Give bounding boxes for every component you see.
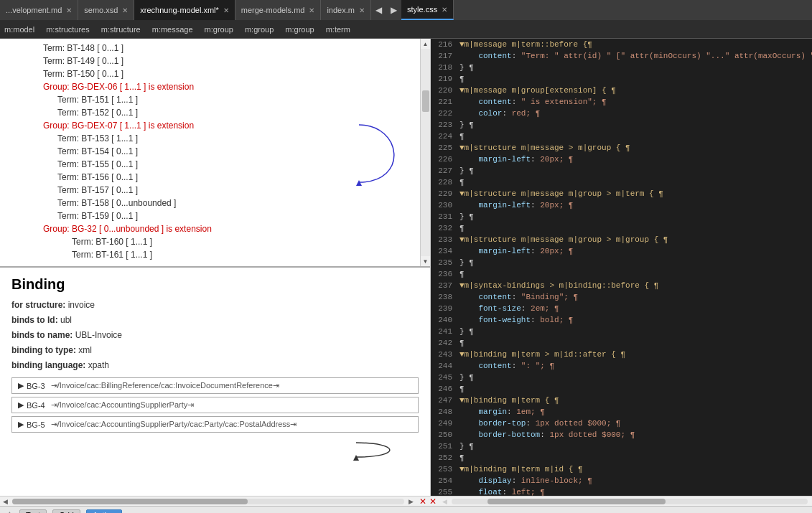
xpath-item-bg5[interactable]: ▶ BG-5 ⇥/Invoice/cac:AccountingSupplierP… [11,416,419,433]
hscroll-editor-left-arrow[interactable]: ◀ [441,498,449,505]
line-content-254: display: inline-block; ¶ [457,475,812,486]
code-line-248: 248 margin: 1em; ¶ [431,406,812,418]
tab-semo-xsd[interactable]: semo.xsd ✕ [78,0,134,20]
line-number-239: 239 [431,303,457,314]
code-line-218: 218} ¶ [431,62,812,73]
line-number-227: 227 [431,165,457,177]
vscroll-thumb[interactable] [422,90,429,112]
tree-item-bt157[interactable]: Term: BT-157 [ 0...1 ] [0,184,420,197]
tree-item-bt152[interactable]: Term: BT-152 [ 0...1 ] [0,106,420,119]
code-line-242: 242¶ [431,337,812,349]
close-right-icon[interactable]: ✕ [429,496,437,507]
line-number-220: 220 [431,85,457,96]
status-warning-icon[interactable]: ⚠ [6,510,14,514]
tab-index[interactable]: index.m ✕ [321,0,371,20]
close-icon[interactable]: ✕ [442,6,447,14]
close-left-icon[interactable]: ✕ [419,496,426,507]
tree-item-bt153[interactable]: Term: BT-153 [ 1...1 ] [0,132,420,145]
xpath-item-bg3[interactable]: ▶ BG-3 ⇥/Invoice/cac:BillingReference/ca… [11,377,419,394]
line-number-246: 246 [431,383,457,395]
line-content-246: ¶ [457,383,812,395]
tab-overflow-left[interactable]: ◀ [371,5,386,15]
line-content-216: ▼m|message m|term::before {¶ [457,39,812,50]
tab-label: ...velopment.md [6,6,62,14]
info-row-binds-id: binds to Id: ubl [11,314,419,326]
line-content-239: font-size: 2em; ¶ [457,303,812,314]
toolbar-item-mstructures[interactable]: m:structures [46,25,90,34]
xpath-item-bg4[interactable]: ▶ BG-4 ⇥/Invoice/cac:AccountingSupplierP… [11,397,419,413]
line-content-244: content: ": "; ¶ [457,360,812,372]
tree-item-bt155[interactable]: Term: BT-155 [ 0...1 ] [0,158,420,171]
tree-item-bt154[interactable]: Term: BT-154 [ 0...1 ] [0,145,420,158]
toolbar-item-mterm[interactable]: m:term [326,25,350,34]
code-line-224: 224¶ [431,131,812,142]
tab-development-md[interactable]: ...velopment.md ✕ [0,0,78,20]
hscroll-right-arrow[interactable]: ▶ [407,498,415,505]
toolbar-item-mmodel[interactable]: m:model [4,25,34,34]
code-line-252: 252¶ [431,452,812,463]
tab-xrechnung-model[interactable]: xrechnung-model.xml* ✕ [134,0,235,20]
hscroll-thumb-left[interactable] [12,499,248,504]
line-number-248: 248 [431,406,457,418]
line-number-244: 244 [431,360,457,372]
line-content-233: ▼m|structure m|message m|group > m|group… [457,234,812,245]
close-icon[interactable]: ✕ [309,6,314,14]
tree-item-bt156[interactable]: Term: BT-156 [ 0...1 ] [0,171,420,184]
line-number-250: 250 [431,429,457,441]
xpath-expand-icon: ▶ [18,420,24,429]
author-view-button[interactable]: Author [86,509,122,514]
code-line-229: 229▼m|structure m|message m|group > m|te… [431,188,812,199]
toolbar-item-mgroup2[interactable]: m:group [245,25,274,34]
line-content-223: } ¶ [457,119,812,131]
tree-item-bt160[interactable]: Term: BT-160 [ 1...1 ] [0,235,420,248]
tree-item-bt150[interactable]: Term: BT-150 [ 0...1 ] [0,67,420,80]
hscroll-track-left[interactable] [12,499,404,504]
line-content-240: font-weight: bold; ¶ [457,314,812,326]
svg-marker-1 [353,455,359,461]
close-icon[interactable]: ✕ [66,6,72,14]
right-panel-editor[interactable]: 216▼m|message m|term::before {¶217 conte… [431,39,812,496]
vscroll-down-btn[interactable]: ▼ [421,256,431,266]
tree-item-bg-dex-07[interactable]: Group: BG-DEX-07 [ 1...1 ] is extension [0,119,420,132]
grid-view-button[interactable]: Grid [52,509,80,514]
hscroll-track-right[interactable] [452,499,808,504]
tab-style-css[interactable]: style.css ✕ [401,0,454,20]
line-number-225: 225 [431,142,457,154]
tab-overflow-right[interactable]: ▶ [386,5,401,15]
line-number-238: 238 [431,291,457,303]
line-content-224: ¶ [457,131,812,142]
line-content-251: } ¶ [457,441,812,452]
close-icon[interactable]: ✕ [223,6,229,14]
toolbar-item-mgroup3[interactable]: m:group [285,25,314,34]
code-line-235: 235} ¶ [431,257,812,268]
code-line-228: 228¶ [431,177,812,188]
tree-item-bt149[interactable]: Term: BT-149 [ 0...1 ] [0,55,420,67]
vscroll-track[interactable] [421,49,431,256]
line-number-254: 254 [431,475,457,486]
vscroll-up-btn[interactable]: ▲ [421,39,431,49]
hscroll-thumb-right[interactable] [487,499,666,504]
tab-label: semo.xsd [84,6,118,14]
text-view-button[interactable]: Text [19,509,47,514]
tree-item-bg-32[interactable]: Group: BG-32 [ 0...unbounded ] is extens… [0,222,420,235]
tree-area[interactable]: Term: BT-148 [ 0...1 ] Term: BT-149 [ 0.… [0,39,420,266]
vscroll-bar-tree[interactable]: ▲ ▼ [420,39,430,266]
tree-item-bt158[interactable]: Term: BT-158 [ 0...unbounded ] [0,197,420,210]
toolbar-item-mmessage[interactable]: m:message [152,25,193,34]
line-content-227: } ¶ [457,165,812,177]
toolbar: m:model m:structures m:structure m:messa… [0,20,812,39]
close-icon[interactable]: ✕ [359,6,365,14]
toolbar-item-mgroup1[interactable]: m:group [205,25,233,34]
tree-item-bt159[interactable]: Term: BT-159 [ 0...1 ] [0,210,420,222]
line-number-255: 255 [431,486,457,496]
tree-item-bt161[interactable]: Term: BT-161 [ 1...1 ] [0,248,420,261]
code-line-223: 223} ¶ [431,119,812,131]
hscroll-left-arrow[interactable]: ◀ [1,498,9,505]
toolbar-item-mstructure[interactable]: m:structure [101,25,141,34]
line-number-217: 217 [431,50,457,62]
tree-item-bt151[interactable]: Term: BT-151 [ 1...1 ] [0,93,420,106]
close-icon[interactable]: ✕ [122,6,128,14]
tree-item-bg-dex-06[interactable]: Group: BG-DEX-06 [ 1...1 ] is extension [0,80,420,93]
tree-item-bt148[interactable]: Term: BT-148 [ 0...1 ] [0,42,420,55]
tab-merge-models[interactable]: merge-models.md ✕ [235,0,322,20]
